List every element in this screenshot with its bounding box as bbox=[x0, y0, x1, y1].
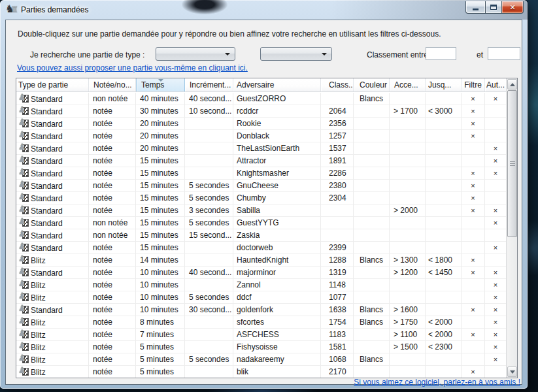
cell-text: notée bbox=[93, 119, 112, 128]
cell-filter bbox=[462, 242, 485, 254]
cell-accept-from bbox=[390, 291, 426, 304]
cell-text: × bbox=[494, 144, 497, 152]
table-row[interactable]: ♟Standardnotée30 minutes10 second...rcdd… bbox=[16, 105, 506, 118]
table-row[interactable]: ♟Standardnotée15 minutes5 secondesChumby… bbox=[16, 192, 506, 204]
cell-increment bbox=[185, 242, 233, 254]
chessboard-pawn-icon: ♟ bbox=[18, 131, 29, 140]
column-header-accept-to[interactable]: Jusq... bbox=[426, 78, 462, 91]
cell-rating: 2170 bbox=[321, 366, 354, 378]
table-row[interactable]: ♟Standardnon notée15 minutes15 second...… bbox=[16, 229, 506, 242]
minimize-button[interactable] bbox=[465, 1, 485, 14]
cell-text: × bbox=[471, 331, 475, 338]
table-row[interactable]: ♟Standardnotée20 minutesTheLastSionEarth… bbox=[16, 142, 506, 155]
cell-filter bbox=[462, 217, 485, 229]
cell-increment bbox=[185, 341, 233, 353]
scroll-down-button[interactable] bbox=[507, 367, 517, 377]
column-header-label: Notée/no... bbox=[93, 80, 132, 90]
column-header-accept-from[interactable]: Acce... bbox=[390, 78, 426, 91]
cell-color bbox=[354, 142, 390, 155]
table-row[interactable]: ♟Standardnotée15 minutes3 secondesSabill… bbox=[16, 204, 506, 217]
game-type-select[interactable] bbox=[156, 47, 235, 61]
cell-text: × bbox=[471, 132, 475, 140]
table-row[interactable]: ♟Standardnon notée40 minutes40 second...… bbox=[16, 93, 506, 105]
table-row[interactable]: ♟Standardnon notée15 minutes5 secondesGu… bbox=[16, 217, 506, 229]
table-row[interactable]: ♟Standardnotée15 minutes5 secondesGnuChe… bbox=[16, 180, 506, 192]
cell-filter: × bbox=[462, 329, 485, 341]
table-row[interactable]: ♟Standardnotée20 minutesRookie2356× bbox=[16, 118, 506, 130]
rating-max-input[interactable] bbox=[488, 47, 520, 60]
column-header-increment[interactable]: Incrément... bbox=[185, 78, 233, 91]
cell-text: notée bbox=[93, 318, 112, 327]
column-header-rating[interactable]: Class... bbox=[321, 78, 354, 91]
cell-accept-to bbox=[426, 204, 462, 217]
vertical-scrollbar[interactable] bbox=[506, 78, 517, 378]
cell-accept-to bbox=[426, 291, 462, 304]
chessboard-pawn-icon: ♟ bbox=[18, 231, 29, 240]
table-row[interactable]: ♟Blitznotée14 minutesHauntedKnight1288Bl… bbox=[16, 254, 506, 267]
table-row[interactable]: ♟Blitznotée5 minutesblik2170× bbox=[16, 366, 506, 378]
column-header-rated[interactable]: Notée/no... bbox=[89, 78, 136, 91]
cell-text: 14 minutes bbox=[140, 255, 178, 265]
cell-accept-from bbox=[390, 142, 426, 155]
cell-text: Blitz bbox=[31, 318, 46, 327]
cell-filter bbox=[462, 316, 485, 329]
column-header-time[interactable]: Temps bbox=[136, 78, 185, 91]
cell-text: 1754 bbox=[329, 318, 346, 327]
titlebar[interactable]: ♞♜ Parties demandées bbox=[0, 0, 528, 20]
cell-time: 15 minutes bbox=[136, 180, 185, 192]
column-header-filter[interactable]: Filtre bbox=[462, 78, 485, 91]
cell-text: 5 minutes bbox=[140, 355, 174, 364]
maximize-button[interactable] bbox=[485, 1, 502, 14]
table-row[interactable]: ♟Standardnotée10 minutes30 second...gold… bbox=[16, 304, 506, 316]
cell-accept-from bbox=[390, 217, 426, 229]
cell-accept-from bbox=[390, 130, 426, 142]
column-header-color[interactable]: Couleur bbox=[354, 78, 390, 91]
cell-text: notée bbox=[93, 206, 112, 215]
rating-min-input[interactable] bbox=[426, 47, 456, 60]
table-row[interactable]: ♟Blitznotée10 minutes5 secondesddcf1077× bbox=[16, 291, 506, 304]
cell-rating: 1183 bbox=[321, 329, 354, 341]
table-row[interactable]: ♟Blitznotée5 minutesFishysoisse1581> 150… bbox=[16, 341, 506, 353]
share-link[interactable]: Si vous aimez ce logiciel, parlez-en à v… bbox=[354, 378, 520, 387]
cell-text: 3 secondes bbox=[189, 206, 229, 215]
chessboard-pawn-icon: ♟ bbox=[18, 330, 29, 339]
propose-game-link[interactable]: Vous pouvez aussi proposer une partie vo… bbox=[17, 63, 248, 73]
column-header-opponent[interactable]: Adversaire bbox=[233, 78, 321, 91]
cell-text: × bbox=[494, 219, 497, 227]
table-row[interactable]: ♟Standardnotée15 minutesdoctorweb2399× bbox=[16, 242, 506, 254]
table-row[interactable]: ♟Blitznotée7 minutesASFCHESS1183> 1100< … bbox=[16, 329, 506, 341]
rating-range-label: Classement entre bbox=[367, 50, 428, 59]
cell-accept-to bbox=[426, 366, 462, 378]
table-row[interactable]: ♟Blitznotée8 minutessfcortes1754Blancs> … bbox=[16, 316, 506, 329]
cell-text: notée bbox=[93, 144, 112, 153]
table-row[interactable]: ♟Standardnotée20 minutesDonblack1257× bbox=[16, 130, 506, 142]
game-subtype-select[interactable] bbox=[260, 47, 332, 61]
cell-auto: × bbox=[485, 93, 506, 105]
cell-auto bbox=[485, 105, 506, 118]
cell-auto: × bbox=[485, 291, 506, 304]
cell-text: 10 minutes bbox=[140, 293, 178, 302]
cell-text: × bbox=[471, 107, 475, 115]
table-row[interactable]: ♟Standardnotée15 minutesAttractor1891× bbox=[16, 155, 506, 167]
cell-type: ♟Standard bbox=[16, 229, 89, 242]
cell-text: 2356 bbox=[329, 119, 346, 128]
column-header-type[interactable]: Type de partie bbox=[16, 78, 89, 91]
game-type-label: Je recherche une partie de type : bbox=[30, 50, 144, 59]
cell-accept-from: > 1600 bbox=[390, 304, 426, 316]
cell-filter bbox=[462, 229, 485, 242]
cell-increment bbox=[185, 155, 233, 167]
table-row[interactable]: ♟Blitznotée10 minutesZannol1148× bbox=[16, 279, 506, 291]
cell-opponent: GuestYYTG bbox=[233, 217, 321, 229]
column-header-auto[interactable]: Aut... bbox=[485, 78, 506, 91]
cell-opponent: TheLastSionEarth bbox=[233, 142, 321, 155]
table-row[interactable]: ♟Standardnotée15 minutesKnightsmasher228… bbox=[16, 167, 506, 180]
cell-text: × bbox=[494, 169, 497, 177]
cell-opponent: Zaskia bbox=[233, 229, 321, 242]
scroll-up-button[interactable] bbox=[507, 79, 517, 90]
scrollbar-thumb[interactable] bbox=[507, 90, 517, 237]
table-row[interactable]: ♟Blitznotée5 minutes5 secondesnadakareem… bbox=[16, 353, 506, 366]
table-row[interactable]: ♟Standardnotée10 minutes40 second...majo… bbox=[16, 267, 506, 279]
cell-text: Standard bbox=[31, 120, 63, 129]
close-button[interactable]: ✕ bbox=[502, 1, 524, 14]
cell-text: Blancs bbox=[360, 94, 383, 103]
